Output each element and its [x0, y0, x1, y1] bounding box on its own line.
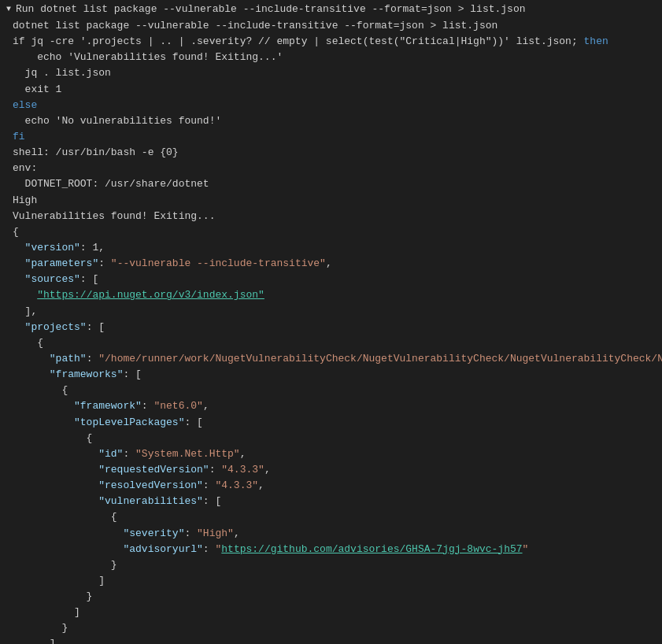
- json-parameters: "parameters": "--vulnerable --include-tr…: [6, 256, 656, 272]
- json-output-section: { "version": 1, "parameters": "--vulnera…: [0, 224, 662, 644]
- script-line-3: echo 'Vulnerabilities found! Exiting...': [6, 50, 656, 65]
- json-requested: "requestedVersion": "4.3.3",: [6, 462, 656, 478]
- script-line-1: dotnet list package --vulnerable --inclu…: [6, 18, 656, 34]
- script-line-5: exit 1: [6, 82, 656, 98]
- json-id: "id": "System.Net.Http",: [6, 446, 656, 462]
- script-line-9: shell: /usr/bin/bash -e {0}: [6, 145, 656, 161]
- header-command: Run dotnet list package --vulnerable --i…: [16, 3, 526, 15]
- script-line-2: if jq -cre '.projects | .. | .severity? …: [6, 34, 656, 50]
- json-vuln-brace-close: }: [6, 557, 656, 573]
- json-frameworks-close: ]: [6, 636, 656, 644]
- script-line-8: fi: [6, 129, 656, 145]
- json-top-level-packages: "topLevelPackages": [: [6, 415, 656, 431]
- json-sources-close: ],: [6, 304, 656, 320]
- script-line-4: jq . list.json: [6, 65, 656, 81]
- json-resolved: "resolvedVersion": "4.3.3",: [6, 478, 656, 494]
- json-frameworks: "frameworks": [: [6, 367, 656, 383]
- json-pkg-brace-open: {: [6, 431, 656, 446]
- json-path: "path": "/home/runner/work/NugetVulnerab…: [6, 351, 656, 367]
- advisory-link[interactable]: https://github.com/advisories/GHSA-7jgj-…: [221, 543, 522, 555]
- json-sources: "sources": [: [6, 272, 656, 287]
- json-severity: "severity": "High",: [6, 526, 656, 542]
- header-bar[interactable]: ▼ Run dotnet list package --vulnerable -…: [0, 0, 662, 18]
- collapse-icon: ▼: [6, 5, 11, 13]
- json-top-pkgs-close: ]: [6, 605, 656, 620]
- json-proj-brace-open: {: [6, 335, 656, 351]
- json-sources-url: "https://api.nuget.org/v3/index.json": [6, 287, 656, 303]
- json-open-brace: {: [6, 224, 656, 240]
- sources-link[interactable]: "https://api.nuget.org/v3/index.json": [37, 289, 264, 301]
- json-fw-brace-close: }: [6, 620, 656, 636]
- json-advisory: "advisoryurl": "https://github.com/advis…: [6, 542, 656, 557]
- json-pkg-brace-close: }: [6, 589, 656, 605]
- script-line-11: DOTNET_ROOT: /usr/share/dotnet: [6, 176, 656, 192]
- json-vulnerabilities: "vulnerabilities": [: [6, 494, 656, 509]
- json-projects-open: "projects": [: [6, 320, 656, 335]
- script-line-6: else: [6, 98, 656, 113]
- output-high: High: [6, 193, 656, 209]
- script-section: dotnet list package --vulnerable --inclu…: [0, 18, 662, 193]
- script-line-10: env:: [6, 161, 656, 176]
- json-version: "version": 1,: [6, 240, 656, 256]
- terminal-container: ▼ Run dotnet list package --vulnerable -…: [0, 0, 662, 644]
- json-vulnerabilities-close: ]: [6, 573, 656, 589]
- json-framework: "framework": "net6.0",: [6, 398, 656, 414]
- json-fw-brace-open: {: [6, 383, 656, 398]
- script-line-7: echo 'No vulnerabilities found!': [6, 113, 656, 129]
- output-section: High Vulnerabilities found! Exiting...: [0, 193, 662, 224]
- output-vuln-msg: Vulnerabilities found! Exiting...: [6, 209, 656, 224]
- json-vuln-brace-open: {: [6, 509, 656, 525]
